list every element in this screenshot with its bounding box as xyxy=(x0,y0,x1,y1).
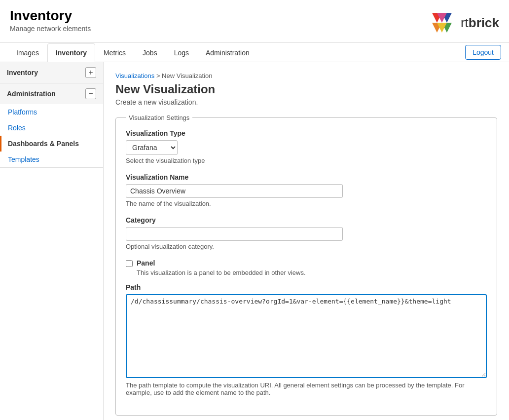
sidebar-section-administration-label: Administration xyxy=(7,90,56,98)
main-layout: Inventory + Administration − Platforms R… xyxy=(0,62,509,420)
sidebar-section-administration: Administration − Platforms Roles Dashboa… xyxy=(0,83,103,168)
header-title-area: Inventory Manage network elements xyxy=(10,8,91,33)
tab-metrics[interactable]: Metrics xyxy=(95,43,134,62)
breadcrumb-separator: > xyxy=(156,72,160,79)
sidebar-inventory-toggle[interactable]: + xyxy=(85,67,96,78)
breadcrumb-current: New Visualization xyxy=(162,72,212,79)
panel-label[interactable]: Panel xyxy=(137,259,155,267)
panel-checkbox-row: Panel xyxy=(126,259,487,267)
path-hint: The path template to compute the visuali… xyxy=(126,382,487,396)
visualization-type-select[interactable]: Grafana xyxy=(126,140,178,155)
tab-jobs[interactable]: Jobs xyxy=(134,43,166,62)
category-hint: Optional visualization category. xyxy=(126,243,487,250)
visualization-name-input[interactable] xyxy=(126,184,343,198)
tab-logs[interactable]: Logs xyxy=(166,43,197,62)
logo-area: rtbrick xyxy=(427,8,499,38)
sidebar: Inventory + Administration − Platforms R… xyxy=(0,62,104,420)
fieldset-legend: Visualization Settings xyxy=(126,114,192,121)
logout-button[interactable]: Logout xyxy=(465,45,501,60)
breadcrumb: Visualizations > New Visualization xyxy=(115,72,497,79)
sidebar-item-platforms[interactable]: Platforms xyxy=(0,104,103,120)
form-group-name: Visualization Name The name of the visua… xyxy=(126,173,487,207)
rtbrick-logo-icon xyxy=(427,8,457,38)
sidebar-section-inventory-label: Inventory xyxy=(7,69,38,76)
app-subtitle: Manage network elements xyxy=(10,25,91,33)
sidebar-section-inventory: Inventory + xyxy=(0,62,103,83)
tab-images[interactable]: Images xyxy=(8,43,47,62)
page-title: New Visualization xyxy=(115,82,497,96)
type-label: Visualization Type xyxy=(126,129,487,137)
visualization-settings-fieldset: Visualization Settings Visualization Typ… xyxy=(115,114,497,416)
sidebar-administration-toggle[interactable]: − xyxy=(85,88,96,99)
sidebar-section-administration-header[interactable]: Administration − xyxy=(0,83,103,104)
nav-tabs: Images Inventory Metrics Jobs Logs Admin… xyxy=(0,43,509,62)
sidebar-section-inventory-header[interactable]: Inventory + xyxy=(0,62,103,83)
breadcrumb-link[interactable]: Visualizations xyxy=(115,72,154,79)
name-label: Visualization Name xyxy=(126,173,487,181)
sidebar-item-roles[interactable]: Roles xyxy=(0,120,103,136)
type-hint: Select the visualization type xyxy=(126,157,487,164)
panel-hint: This visualization is a panel to be embe… xyxy=(137,269,487,276)
sidebar-item-dashboards-panels[interactable]: Dashboards & Panels xyxy=(0,136,103,152)
category-input[interactable] xyxy=(126,227,343,241)
page-subtitle: Create a new visualization. xyxy=(115,98,497,106)
panel-checkbox[interactable] xyxy=(126,260,133,267)
path-textarea[interactable]: /d/chassissummary/chassis-overview?orgId… xyxy=(126,294,487,378)
tab-inventory[interactable]: Inventory xyxy=(47,43,95,62)
name-hint: The name of the visualization. xyxy=(126,200,487,207)
tab-administration[interactable]: Administration xyxy=(197,43,258,62)
path-label: Path xyxy=(126,283,487,291)
form-group-category: Category Optional visualization category… xyxy=(126,216,487,250)
form-group-type: Visualization Type Grafana Select the vi… xyxy=(126,129,487,164)
sidebar-item-templates[interactable]: Templates xyxy=(0,152,103,167)
main-content: Visualizations > New Visualization New V… xyxy=(104,62,509,420)
form-group-path: Path /d/chassissummary/chassis-overview?… xyxy=(126,283,487,396)
app-header: Inventory Manage network elements rtbric… xyxy=(0,0,509,43)
app-title: Inventory xyxy=(10,8,91,24)
category-label: Category xyxy=(126,216,487,224)
logo-text: rtbrick xyxy=(461,15,499,31)
